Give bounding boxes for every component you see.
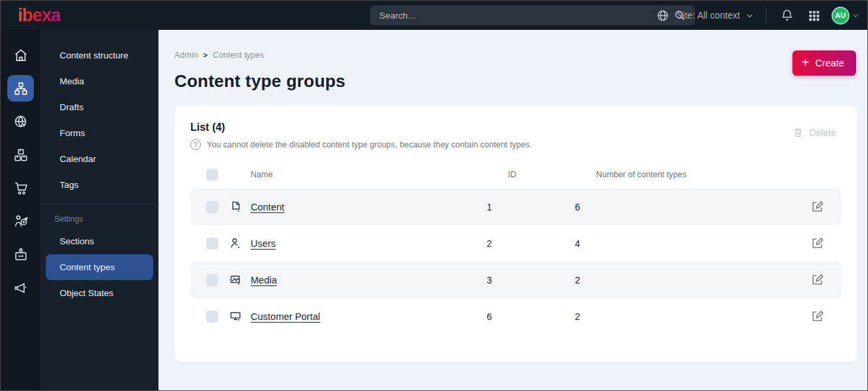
helper-text: You cannot delete the disabled content t…: [207, 140, 532, 149]
globe-icon: [654, 7, 671, 24]
app-grid-icon[interactable]: [805, 7, 822, 24]
monitor-icon: [229, 310, 243, 323]
ibexa-admin-window: ibexa Site: All context: [0, 0, 868, 391]
edit-icon[interactable]: [811, 200, 824, 214]
select-all-checkbox[interactable]: [206, 169, 218, 181]
row-checkbox[interactable]: [206, 201, 218, 213]
group-count: 6: [575, 202, 811, 212]
sidebar-item-object-states[interactable]: Object States: [46, 280, 153, 306]
search-input[interactable]: [379, 11, 671, 21]
chevron-down-icon: [745, 11, 754, 20]
helper-text-row: ? You cannot delete the disabled content…: [190, 139, 841, 150]
group-count: 4: [575, 238, 811, 249]
content-type-groups-card: List (4) ? You cannot delete the disable…: [174, 106, 857, 362]
table-row: Media 3 2: [190, 262, 841, 298]
breadcrumb-admin[interactable]: Admin: [174, 50, 198, 60]
edit-icon[interactable]: [811, 310, 824, 323]
main-content: Admin > Content types + Create Content t…: [158, 30, 868, 391]
breadcrumb-separator-icon: >: [203, 51, 207, 59]
group-link[interactable]: Users: [251, 238, 276, 249]
trash-icon: [792, 127, 804, 138]
image-icon: [229, 274, 243, 287]
user-icon: [229, 237, 243, 250]
sidebar-item-tags[interactable]: Tags: [46, 172, 153, 198]
header-id: ID: [508, 170, 596, 179]
page-title: Content type groups: [174, 71, 857, 92]
header-name: Name: [251, 170, 508, 179]
group-id: 2: [487, 238, 575, 249]
create-button[interactable]: + Create: [792, 50, 856, 76]
avatar[interactable]: AU: [832, 7, 849, 25]
row-checkbox[interactable]: [206, 311, 218, 323]
question-mark-icon: ?: [190, 139, 201, 150]
campaign-megaphone-icon[interactable]: [7, 274, 34, 301]
products-boxes-icon[interactable]: [7, 141, 34, 168]
global-search[interactable]: [370, 5, 695, 25]
table-row: Customer Portal 6 2: [190, 298, 841, 335]
content-tree-icon[interactable]: [7, 75, 34, 102]
ibexa-logo[interactable]: ibexa: [18, 7, 60, 25]
sidebar-item-content-structure[interactable]: Content structure: [46, 42, 153, 68]
table-row: Users 2 4: [190, 225, 841, 262]
topbar-divider: [766, 8, 767, 23]
group-id: 1: [487, 202, 575, 212]
content-type-groups-table: Name ID Number of content types Content …: [190, 161, 841, 335]
admin-badge-icon[interactable]: [7, 241, 34, 268]
table-row: Content 1 6: [190, 189, 841, 225]
plus-icon: +: [802, 56, 810, 69]
group-link[interactable]: Media: [251, 275, 277, 285]
sidebar-item-calendar[interactable]: Calendar: [46, 146, 153, 172]
delete-button-label: Delete: [810, 127, 836, 138]
sidebar-item-drafts[interactable]: Drafts: [46, 94, 153, 120]
topbar: ibexa Site: All context: [1, 1, 867, 30]
dashboard-home-icon[interactable]: [7, 42, 34, 68]
personalization-target-icon[interactable]: [7, 208, 34, 234]
topbar-right-cluster: Site: All context: [654, 1, 859, 30]
group-count: 2: [575, 275, 811, 285]
group-link[interactable]: Customer Portal: [251, 311, 320, 322]
site-context-label: Site: All context: [676, 10, 740, 21]
site-globe-icon[interactable]: [7, 108, 34, 135]
group-link[interactable]: Content: [251, 202, 284, 212]
commerce-cart-icon[interactable]: [7, 175, 34, 201]
settings-section-label: Settings: [40, 210, 158, 228]
sidebar-item-sections[interactable]: Sections: [46, 228, 153, 254]
group-count: 2: [575, 311, 811, 322]
file-icon: [229, 200, 243, 214]
breadcrumb: Admin > Content types: [174, 50, 857, 60]
row-checkbox[interactable]: [206, 238, 218, 250]
group-id: 3: [487, 275, 575, 285]
create-button-label: Create: [815, 58, 844, 68]
sidebar-item-content-types[interactable]: Content types: [46, 254, 153, 280]
delete-button[interactable]: Delete: [792, 127, 836, 138]
list-title: List (4): [190, 121, 841, 133]
site-context-selector[interactable]: Site: All context: [654, 7, 754, 24]
row-checkbox[interactable]: [206, 274, 218, 286]
breadcrumb-content-types: Content types: [213, 50, 264, 60]
table-header-row: Name ID Number of content types: [190, 161, 841, 189]
header-count: Number of content types: [596, 170, 811, 179]
group-id: 6: [487, 311, 575, 322]
notifications-bell-icon[interactable]: [778, 7, 796, 24]
sidebar-item-forms[interactable]: Forms: [46, 120, 153, 146]
user-menu-chevron-icon: [852, 12, 859, 19]
edit-icon[interactable]: [811, 274, 824, 287]
menu-divider: [40, 204, 158, 204]
user-menu[interactable]: AU: [832, 7, 859, 25]
sidebar-item-media[interactable]: Media: [46, 68, 153, 94]
sidebar-menu: Content structure Media Drafts Forms Cal…: [40, 30, 158, 391]
edit-icon[interactable]: [811, 237, 824, 250]
icon-rail: [1, 30, 40, 391]
